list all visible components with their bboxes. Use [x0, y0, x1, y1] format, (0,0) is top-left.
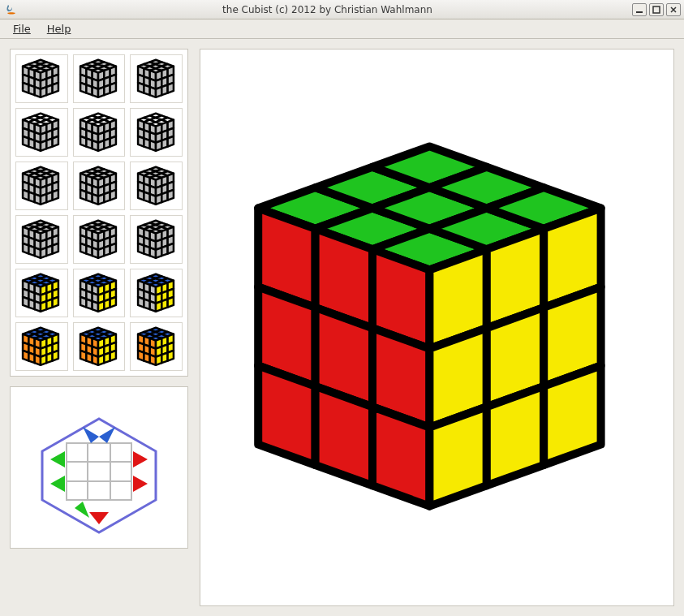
- svg-marker-495: [50, 476, 65, 492]
- svg-marker-496: [133, 451, 148, 467]
- menu-help[interactable]: Help: [39, 21, 80, 37]
- step-thumb-step-6a[interactable]: [15, 322, 68, 371]
- svg-marker-298: [110, 243, 116, 254]
- svg-marker-244: [167, 190, 173, 200]
- step-thumb-step-3c[interactable]: [130, 162, 183, 210]
- step-thumb-step-2b[interactable]: [73, 108, 126, 157]
- svg-marker-501: [75, 502, 89, 518]
- svg-marker-528: [544, 365, 600, 464]
- preview-panel: [10, 386, 188, 549]
- svg-rect-1: [653, 6, 660, 13]
- steps-panel: [10, 49, 188, 377]
- main-cube-view[interactable]: [200, 49, 674, 606]
- svg-marker-109: [53, 136, 58, 147]
- svg-marker-82: [167, 83, 173, 93]
- step-thumb-step-4b[interactable]: [73, 215, 126, 264]
- svg-marker-500: [89, 512, 109, 524]
- svg-marker-325: [167, 243, 173, 254]
- svg-marker-379: [110, 297, 116, 308]
- svg-marker-352: [53, 297, 58, 308]
- svg-marker-487: [167, 351, 173, 361]
- step-thumb-step-6c[interactable]: [130, 322, 183, 371]
- step-thumb-step-5b[interactable]: [73, 269, 126, 317]
- svg-marker-55: [110, 83, 116, 93]
- svg-marker-136: [110, 136, 116, 147]
- step-thumb-step-6b[interactable]: [73, 322, 126, 371]
- svg-marker-497: [133, 476, 148, 492]
- step-thumb-step-1a[interactable]: [15, 54, 68, 103]
- step-thumb-step-3a[interactable]: [15, 162, 68, 210]
- svg-marker-406: [167, 297, 173, 308]
- menu-help-label: Help: [47, 23, 71, 35]
- step-thumb-step-1b[interactable]: [73, 54, 126, 103]
- left-column: [10, 49, 188, 606]
- svg-marker-526: [429, 407, 486, 506]
- svg-marker-494: [50, 451, 65, 467]
- svg-marker-217: [110, 190, 116, 200]
- step-thumb-step-1c[interactable]: [130, 54, 183, 103]
- maximize-button[interactable]: [649, 3, 664, 16]
- main-cube-icon: [243, 117, 632, 539]
- menubar: File Help: [0, 19, 684, 39]
- svg-rect-0: [636, 11, 643, 13]
- step-thumb-step-2c[interactable]: [130, 108, 183, 157]
- svg-marker-433: [53, 351, 58, 361]
- step-thumb-step-3b[interactable]: [73, 162, 126, 210]
- svg-marker-499: [99, 427, 115, 443]
- steps-grid: [15, 54, 183, 371]
- step-thumb-step-5c[interactable]: [130, 269, 183, 317]
- step-thumb-step-4c[interactable]: [130, 215, 183, 264]
- svg-rect-489: [67, 443, 131, 500]
- window-title: the Cubist (c) 2012 by Christian Wahlman…: [23, 4, 632, 15]
- svg-marker-517: [258, 365, 315, 464]
- svg-marker-28: [53, 83, 58, 93]
- svg-marker-271: [53, 243, 58, 254]
- svg-marker-190: [53, 190, 58, 200]
- close-button[interactable]: [666, 3, 681, 16]
- step-thumb-step-4a[interactable]: [15, 215, 68, 264]
- titlebar: the Cubist (c) 2012 by Christian Wahlman…: [0, 0, 684, 19]
- svg-marker-163: [167, 136, 173, 147]
- minimize-button[interactable]: [632, 3, 647, 16]
- java-app-icon: [5, 3, 18, 16]
- svg-marker-518: [315, 386, 372, 485]
- cube-layout-icon[interactable]: [26, 394, 172, 541]
- svg-marker-498: [83, 427, 99, 443]
- menu-file-label: File: [13, 23, 31, 35]
- svg-marker-519: [372, 407, 429, 506]
- step-thumb-step-5a[interactable]: [15, 269, 68, 317]
- client-area: [0, 39, 684, 616]
- svg-marker-527: [486, 386, 543, 485]
- menu-file[interactable]: File: [5, 21, 39, 37]
- svg-marker-460: [110, 351, 116, 361]
- window-controls: [632, 3, 681, 16]
- step-thumb-step-2a[interactable]: [15, 108, 68, 157]
